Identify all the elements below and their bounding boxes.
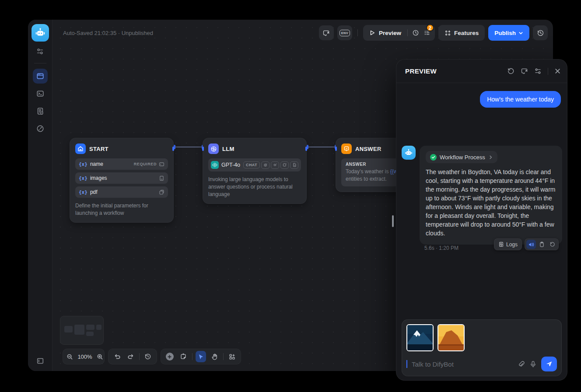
- preview-run-button[interactable]: Preview: [368, 30, 403, 36]
- hand-icon: [211, 354, 218, 360]
- llm-model-selector[interactable]: GPT-4o CHAT: [208, 158, 301, 172]
- preview-header: PREVIEW: [396, 60, 567, 83]
- features-label: Features: [454, 30, 479, 36]
- zoom-in-button[interactable]: [97, 351, 103, 362]
- note-icon: [180, 353, 187, 360]
- text-caret: [406, 360, 407, 368]
- variable-icon: {x}: [79, 161, 88, 167]
- attachment-image-mountain-sunset[interactable]: [438, 324, 465, 351]
- start-output-port[interactable]: [172, 147, 174, 151]
- send-icon: [546, 360, 553, 368]
- mountain-sunset-image: [438, 325, 464, 350]
- text-to-speech-button[interactable]: [526, 240, 536, 249]
- screen: Auto-Saved 21:02:35 · Unpublished ENV Pr…: [0, 0, 581, 392]
- llm-input-port[interactable]: [202, 147, 204, 151]
- attachment-image-mountain-night[interactable]: [406, 324, 434, 351]
- message-tools: [525, 238, 559, 250]
- zoom-out-button[interactable]: [66, 351, 73, 362]
- start-var-row-images[interactable]: {x} images: [75, 172, 168, 184]
- run-history-button[interactable]: [412, 29, 419, 36]
- redo-button[interactable]: [126, 351, 136, 362]
- start-var-row-name[interactable]: {x} name REQUIRED: [75, 158, 168, 170]
- zoom-level[interactable]: 100%: [77, 354, 93, 360]
- layout-icon: [229, 354, 235, 360]
- toolbar-divider: [139, 353, 140, 360]
- files-copy-icon: [159, 189, 164, 195]
- answer-input-port[interactable]: [335, 147, 337, 151]
- annotation-toggle-button[interactable]: [319, 25, 334, 40]
- voice-input-button[interactable]: [529, 360, 537, 368]
- canvas-scrollbar[interactable]: [392, 215, 394, 227]
- variable-icon: {x}: [79, 175, 88, 181]
- run-controls-group: Preview 2: [363, 25, 435, 41]
- close-preview-button[interactable]: [554, 68, 561, 74]
- vision-capability-icon: [261, 161, 270, 169]
- version-history-button[interactable]: [533, 25, 548, 40]
- app-logo-avatar[interactable]: [32, 24, 49, 42]
- audio-capability-icon: [271, 161, 279, 169]
- workflow-settings-icon[interactable]: [36, 48, 44, 57]
- bot-message-text: The weather in Boydton, VA today is clea…: [426, 168, 556, 238]
- bot-message-card: Workflow Process The weather in Boydton,…: [420, 146, 562, 245]
- start-node-header: START: [75, 144, 168, 154]
- clipboard-icon: [539, 242, 545, 247]
- organize-nodes-button[interactable]: [227, 351, 237, 362]
- copy-button[interactable]: [537, 240, 546, 249]
- toolbar-divider: [223, 353, 224, 360]
- workflow-process-label: Workflow Process: [440, 154, 485, 161]
- restart-conversation-button[interactable]: [507, 67, 514, 75]
- sidebar-item-monitoring[interactable]: [33, 121, 48, 136]
- pointer-mode-button[interactable]: [196, 351, 206, 362]
- message-actions: Logs: [494, 238, 559, 250]
- sidebar-item-logs[interactable]: [33, 104, 48, 119]
- regenerate-icon: [550, 242, 555, 247]
- minimap-node: [74, 325, 84, 335]
- features-button[interactable]: Features: [438, 25, 485, 41]
- attachment-thumbnails: [406, 324, 557, 351]
- panel-collapse-icon: [36, 357, 44, 365]
- chevron-right-icon: [488, 155, 493, 160]
- env-variables-button[interactable]: ENV: [337, 25, 352, 40]
- edit-toolbar: [161, 349, 241, 364]
- send-button[interactable]: [541, 357, 557, 371]
- user-message-bubble[interactable]: How's the weather today: [480, 91, 561, 108]
- node-llm[interactable]: LLM GPT-4o CHAT: [203, 138, 307, 204]
- hand-mode-button[interactable]: [210, 351, 220, 362]
- gauge-icon: [36, 125, 44, 133]
- regenerate-button[interactable]: [547, 240, 557, 249]
- checklist-button[interactable]: 2: [424, 29, 430, 36]
- clear-conversation-button[interactable]: [521, 67, 528, 75]
- collapse-sidebar-button[interactable]: [28, 357, 52, 365]
- publish-button[interactable]: Publish: [488, 25, 529, 41]
- file-image-icon: [159, 175, 164, 181]
- undo-button[interactable]: [112, 351, 122, 362]
- model-capability-tags: CHAT: [243, 161, 298, 169]
- llm-output-port[interactable]: [305, 147, 307, 151]
- refresh-icon: [507, 67, 514, 75]
- add-node-button[interactable]: [164, 351, 175, 362]
- logs-icon: [36, 107, 44, 115]
- env-icon: ENV: [340, 30, 350, 36]
- attach-file-button[interactable]: [518, 360, 525, 368]
- logs-button[interactable]: Logs: [494, 238, 522, 250]
- preview-header-actions: [507, 67, 561, 75]
- sidebar-item-orchestrate[interactable]: [33, 69, 48, 84]
- variable-name: pdf: [90, 189, 98, 195]
- view-history-button[interactable]: [143, 351, 153, 362]
- variable-name: images: [90, 175, 107, 181]
- node-start[interactable]: START {x} name REQUIRED {x} images {x} p…: [70, 138, 174, 223]
- start-node-title: START: [89, 146, 108, 152]
- text-input-icon: [159, 161, 164, 167]
- add-note-button[interactable]: [178, 351, 188, 362]
- edge-start-llm: [175, 147, 203, 147]
- chat-input[interactable]: [412, 360, 513, 368]
- home-icon: [75, 144, 86, 154]
- group-divider: [407, 29, 408, 36]
- sidebar-item-api[interactable]: [33, 86, 48, 101]
- edge-llm-answer: [308, 147, 336, 147]
- minimap[interactable]: [60, 316, 104, 345]
- workflow-process-toggle[interactable]: Workflow Process: [426, 151, 497, 163]
- start-node-description: Define the initial parameters for launch…: [75, 202, 168, 217]
- start-var-row-pdf[interactable]: {x} pdf: [75, 186, 168, 198]
- conversation-settings-button[interactable]: [534, 67, 542, 75]
